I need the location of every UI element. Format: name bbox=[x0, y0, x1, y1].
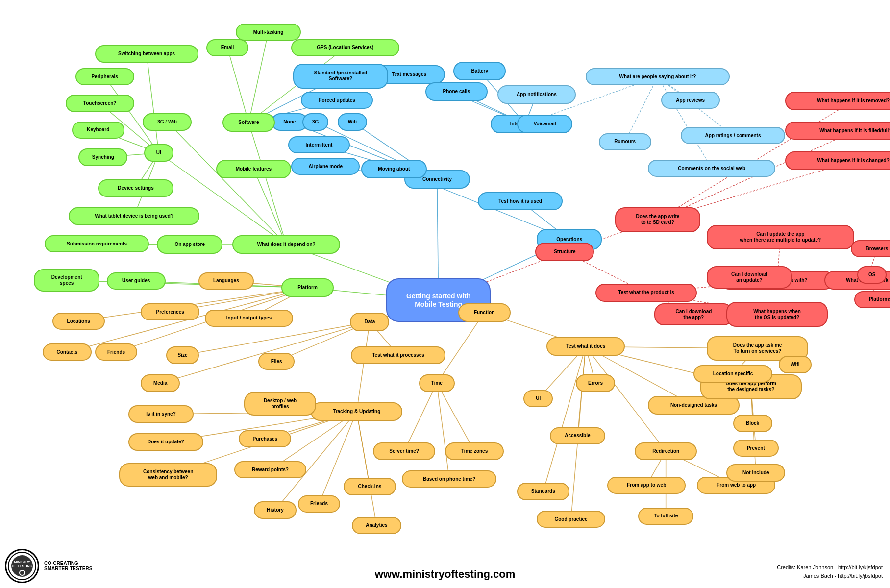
node-standard_software: Standard /pre-installed Software? bbox=[293, 64, 388, 89]
svg-line-53 bbox=[357, 412, 370, 487]
node-friends: Friends bbox=[95, 343, 138, 361]
node-wifi: Wifi bbox=[338, 113, 367, 130]
node-intermittent: Intermittent bbox=[288, 136, 350, 153]
mind-map: Getting started with Mobile TestingOpera… bbox=[0, 0, 890, 588]
website-url: www.ministryoftesting.com bbox=[375, 568, 515, 581]
svg-line-27 bbox=[227, 48, 248, 122]
svg-line-99 bbox=[658, 77, 712, 169]
node-ui_node: UI bbox=[523, 390, 553, 407]
node-synching: Synching bbox=[78, 148, 127, 166]
node-moving_about: Moving about bbox=[361, 160, 427, 178]
node-battery: Battery bbox=[453, 62, 506, 80]
node-3g_wifi: 3G / Wifi bbox=[143, 113, 192, 130]
node-purchases: Purchases bbox=[239, 430, 291, 447]
node-what_tablet: What tablet device is being used? bbox=[69, 207, 199, 224]
node-what_happens_filled: What happens if it is filled/full? bbox=[785, 122, 890, 140]
svg-line-68 bbox=[543, 346, 586, 491]
node-app_ratings: App ratings / comments bbox=[681, 127, 786, 144]
svg-line-47 bbox=[183, 322, 370, 355]
node-browsers: Browsers bbox=[851, 240, 890, 257]
node-block: Block bbox=[733, 415, 772, 432]
node-can_update_multiple: Can I update the app when there are mult… bbox=[707, 225, 854, 250]
node-history: History bbox=[254, 501, 297, 518]
node-multi_tasking: Multi-tasking bbox=[236, 24, 301, 41]
node-locations: Locations bbox=[52, 313, 105, 330]
node-rumours: Rumours bbox=[599, 133, 651, 150]
node-data: Data bbox=[350, 313, 389, 331]
node-analytics: Analytics bbox=[352, 517, 401, 534]
node-what_does_depend: What does it depend on? bbox=[232, 235, 340, 254]
node-consistency: Consistency between web and mobile? bbox=[119, 463, 217, 487]
node-not_include: Not include bbox=[726, 464, 785, 481]
credit-line1: Credits: Karen Johnson - http://bit.ly/k… bbox=[777, 564, 883, 572]
node-checkins: Check-ins bbox=[344, 478, 396, 495]
node-time_zones: Time zones bbox=[445, 442, 504, 460]
node-airplane_mode: Airplane mode bbox=[291, 158, 360, 175]
node-what_are_people: What are people saying about it? bbox=[586, 68, 730, 85]
node-email: Email bbox=[206, 39, 249, 56]
logo: MINISTRY OF TESTING bbox=[5, 549, 39, 583]
node-device_settings: Device settings bbox=[98, 179, 173, 196]
node-languages: Languages bbox=[198, 272, 254, 290]
node-input_output: Input / output types bbox=[205, 310, 293, 327]
node-redirection: Redirection bbox=[635, 442, 697, 460]
credit-line2: James Bach - http://bit.ly/jbsfdpot bbox=[777, 572, 883, 581]
svg-line-21 bbox=[253, 169, 286, 245]
node-prevent: Prevent bbox=[733, 440, 779, 457]
node-can_download_app: Can I download the app? bbox=[654, 303, 733, 325]
node-size: Size bbox=[166, 346, 199, 364]
svg-line-37 bbox=[67, 280, 307, 288]
node-gps: GPS (Location Services) bbox=[291, 39, 399, 56]
node-touchscreen: Touchscreen? bbox=[66, 95, 134, 112]
node-app_reviews: App reviews bbox=[661, 92, 720, 109]
node-os: OS bbox=[857, 266, 887, 283]
node-good_practice: Good practice bbox=[537, 511, 605, 528]
node-is_it_sync: Is it in sync? bbox=[128, 405, 194, 422]
footer-left: MINISTRY OF TESTING CO-CREATING SMARTER … bbox=[5, 549, 92, 583]
logo-line2: SMARTER TESTERS bbox=[44, 566, 92, 571]
node-time: Time bbox=[419, 374, 455, 392]
svg-line-29 bbox=[147, 54, 159, 153]
node-ui: UI bbox=[144, 144, 173, 161]
node-standards: Standards bbox=[517, 483, 569, 500]
node-comments_social: Comments on the social web bbox=[648, 160, 775, 177]
node-does_it_update: Does it update? bbox=[128, 433, 204, 450]
node-media: Media bbox=[141, 374, 180, 392]
node-platforms: Platforms bbox=[854, 291, 890, 308]
node-contacts: Contacts bbox=[43, 343, 92, 361]
node-to_full_site: To full site bbox=[638, 508, 694, 525]
node-preferences: Preferences bbox=[141, 303, 199, 320]
node-files: Files bbox=[258, 353, 294, 370]
node-peripherals: Peripherals bbox=[75, 68, 134, 85]
svg-line-19 bbox=[248, 122, 286, 245]
logo-tagline: CO-CREATING SMARTER TESTERS bbox=[44, 561, 92, 571]
node-platform: Platform bbox=[281, 278, 334, 297]
node-user_guides: User guides bbox=[107, 272, 166, 290]
node-dev_specs: Development specs bbox=[34, 269, 99, 291]
node-location_specific: Location specific bbox=[693, 365, 772, 382]
node-what_happens_changed: What happens if it is changed? bbox=[785, 151, 890, 170]
node-app_notifications: App notifications bbox=[497, 85, 576, 104]
node-test_what_product: Test what the product is bbox=[595, 284, 697, 302]
node-can_download_update: Can I download an update? bbox=[707, 266, 792, 288]
node-desktop_profiles: Desktop / web profiles bbox=[244, 392, 316, 416]
node-reward_points: Reward points? bbox=[234, 461, 306, 478]
node-function: Function bbox=[458, 303, 511, 322]
logo-line1: CO-CREATING bbox=[44, 561, 92, 566]
node-switching_apps: Switching between apps bbox=[95, 45, 198, 62]
node-on_app_store: On app store bbox=[157, 235, 222, 254]
svg-line-23 bbox=[167, 122, 286, 245]
node-tracking_updating: Tracking & Updating bbox=[311, 402, 402, 421]
node-phone_calls: Phone calls bbox=[425, 82, 488, 101]
node-test_how_used: Test how it is used bbox=[478, 192, 563, 211]
node-3g: 3G bbox=[302, 113, 328, 130]
node-test_what_processes: Test what it processes bbox=[351, 346, 446, 364]
node-friends2: Friends bbox=[298, 495, 341, 513]
svg-line-61 bbox=[437, 313, 484, 383]
node-test_what_does: Test what it does bbox=[546, 337, 625, 356]
node-mobile_features: Mobile features bbox=[216, 160, 292, 178]
node-forced_updates: Forced updates bbox=[301, 92, 373, 109]
node-voicemail: Voicemail bbox=[517, 115, 573, 133]
node-does_app_write_sd: Does the app write to te SD card? bbox=[615, 207, 700, 232]
svg-line-28 bbox=[248, 32, 268, 122]
